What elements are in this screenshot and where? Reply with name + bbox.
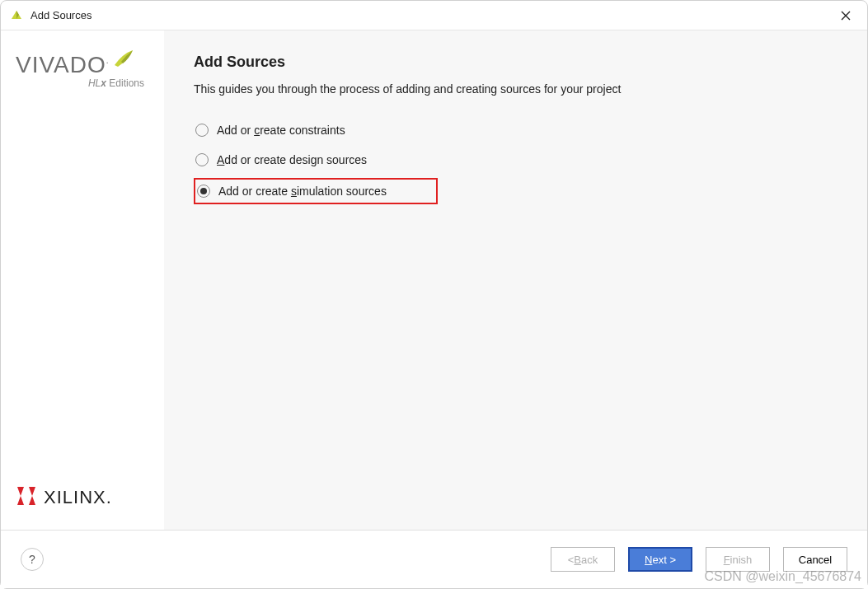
main-panel: Add Sources This guides you through the … [164,30,867,530]
option-design-sources[interactable]: Add or create design sources [194,148,847,171]
option-label: Add or create simulation sources [218,185,387,198]
cancel-button[interactable]: Cancel [783,547,847,572]
option-label: Add or create constraints [217,124,345,137]
xilinx-wordmark: XILINX. [44,487,112,508]
app-icon [9,8,24,23]
finish-button: Finish [706,547,770,572]
option-constraints[interactable]: Add or create constraints [194,119,847,142]
vivado-subtitle: HLx Editions [16,78,149,88]
xilinx-x-icon [16,485,37,510]
option-simulation-sources[interactable]: Add or create simulation sources [194,178,438,204]
leaf-icon [111,49,136,74]
add-sources-dialog: Add Sources VIVADO. HLx Editions [0,0,868,589]
help-icon: ? [29,553,35,566]
help-button[interactable]: ? [21,548,44,571]
page-description: This guides you through the process of a… [194,82,847,96]
next-button[interactable]: Next > [628,547,692,572]
xilinx-logo: XILINX. [16,485,149,510]
sidebar: VIVADO. HLx Editions [1,30,164,530]
vivado-wordmark: VIVADO [16,54,106,77]
page-heading: Add Sources [194,54,847,71]
dialog-body: VIVADO. HLx Editions [1,30,867,531]
radio-icon[interactable] [195,153,209,166]
radio-icon[interactable] [195,124,209,137]
window-title: Add Sources [30,9,833,21]
back-button: < Back [551,547,615,572]
footer: ? < Back Next > Finish Cancel [1,531,867,588]
button-row: < Back Next > Finish Cancel [551,547,847,572]
vivado-logo: VIVADO. HLx Editions [16,54,149,88]
radio-icon[interactable] [197,185,210,198]
close-button[interactable] [833,4,859,27]
titlebar: Add Sources [1,1,867,30]
option-label: Add or create design sources [217,153,367,166]
